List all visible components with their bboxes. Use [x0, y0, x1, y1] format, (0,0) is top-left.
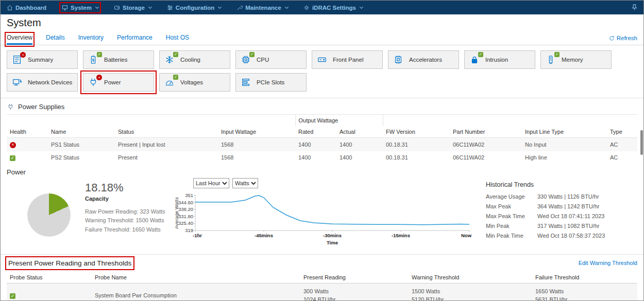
tile-label: Summary	[28, 57, 53, 63]
historical-trends: Historical Trends Average Usage330 Watts…	[486, 178, 635, 249]
capacity-label: Capacity	[85, 196, 165, 202]
tab-overview[interactable]: Overview	[7, 34, 32, 45]
ps-name: PS1 Status	[48, 138, 115, 151]
ok-badge: ✓	[478, 52, 483, 57]
ps-actual: 1400	[336, 138, 383, 151]
tile-cooling[interactable]: ✓ Cooling	[159, 50, 230, 69]
refresh-label: Refresh	[617, 35, 637, 41]
capacity-percentage: 18.18%	[85, 181, 165, 194]
tile-label: Front Panel	[333, 57, 363, 63]
ps-input-wattage: 1568	[218, 138, 295, 151]
page-title: System	[7, 17, 637, 29]
svg-text:344.60: 344.60	[178, 199, 193, 205]
nav-idrac-settings[interactable]: iDRAC Settings	[303, 5, 363, 11]
ps-name: PS2 Status	[48, 151, 115, 164]
trend-value: 364 Watts | 1242 BTU/hr	[537, 203, 599, 209]
warning-threshold-text: Warning Threshold: 1500 Watts	[85, 216, 165, 225]
tile-power[interactable]: × Power	[83, 73, 154, 92]
tile-label: Memory	[562, 57, 583, 63]
period-select[interactable]: Last Hour	[193, 178, 229, 188]
col-failure-threshold: Failure Threshold	[532, 272, 637, 284]
power-section-title: Power	[7, 168, 637, 176]
pin-icon[interactable]	[632, 4, 637, 11]
ok-status-icon: ✓	[10, 293, 15, 299]
trend-label: Min Peak Time	[486, 233, 537, 239]
status-tiles: × Summary ✓ Batteries ✓ Cooling ✓ CPU Fr…	[1, 45, 643, 98]
thresholds-table: Probe Status Probe Name Present Reading …	[7, 272, 637, 301]
ps-fw-version: 00.18.31	[383, 138, 450, 151]
edit-warning-threshold-link[interactable]: Edit Warning Threshold	[579, 260, 637, 266]
present-reading: 300 Watts 1024 BTU/hr	[300, 283, 409, 301]
ps-rated: 1400	[295, 151, 336, 164]
col-warning-threshold: Warning Threshold	[409, 272, 532, 284]
nav-maintenance[interactable]: Maintenance	[236, 5, 288, 11]
svg-text:-30mins: -30mins	[323, 233, 342, 238]
nav-label: Maintenance	[245, 5, 281, 11]
svg-text:-1hr: -1hr	[193, 233, 202, 238]
tab-host-os[interactable]: Host OS	[166, 34, 189, 45]
ps-actual: 1400	[336, 151, 383, 164]
network-icon	[12, 77, 22, 87]
tile-memory[interactable]: ✓ Memory	[540, 50, 612, 69]
col-rated: Rated	[295, 126, 336, 138]
ok-badge: ✓	[173, 75, 178, 80]
trend-value: 317 Watts | 1082 BTU/hr	[537, 223, 599, 229]
tile-front-panel[interactable]: Front Panel	[312, 50, 383, 69]
tile-label: Cooling	[180, 57, 200, 63]
ok-status-icon: ✓	[10, 155, 15, 161]
svg-text:325.40: 325.40	[178, 220, 193, 226]
tile-intrusion[interactable]: ✓ Intrusion	[464, 50, 535, 69]
tile-label: PCIe Slots	[257, 79, 284, 85]
error-badge: ×	[20, 52, 26, 58]
trend-label: Max Peak	[486, 203, 537, 209]
ok-badge: ✓	[249, 52, 255, 57]
system-icon	[62, 5, 68, 11]
nav-label: Storage	[123, 5, 145, 11]
ps-status: Present | Input lost	[115, 138, 218, 151]
nav-system[interactable]: System	[62, 5, 98, 11]
tile-label: Network Devices	[28, 79, 72, 85]
ps-type: AC	[607, 151, 637, 164]
tab-performance[interactable]: Performance	[117, 34, 152, 45]
failure-threshold-text: Failure Threshold: 1650 Watts	[85, 225, 165, 235]
trend-value: Wed Oct 18 07:41:11 2023	[537, 213, 604, 219]
col-name: Name	[48, 126, 115, 138]
col-probe-status: Probe Status	[7, 272, 92, 284]
ps-input-line-type: High line	[522, 151, 607, 164]
tile-label: CPU	[257, 57, 269, 63]
x-axis-label: Time	[327, 240, 338, 245]
ps-input-wattage: 1568	[218, 151, 295, 164]
error-status-icon: ×	[10, 142, 16, 148]
tile-voltages[interactable]: ✓ Voltages	[159, 73, 230, 92]
ps-type: AC	[607, 138, 637, 151]
accelerator-icon	[393, 55, 403, 65]
tile-accelerators[interactable]: Accelerators	[388, 50, 459, 69]
chevron-down-icon	[148, 5, 152, 8]
table-row-system-board: ✓ System Board Pwr Consumption 300 Watts…	[7, 283, 637, 301]
col-actual: Actual	[336, 126, 383, 138]
tile-batteries[interactable]: ✓ Batteries	[83, 50, 154, 69]
tile-pcie-slots[interactable]: PCIe Slots	[235, 73, 307, 92]
ps-part-number: 06C11WA02	[450, 151, 522, 164]
vertical-scrollbar-thumb[interactable]	[640, 130, 643, 155]
tab-inventory[interactable]: Inventory	[78, 34, 104, 45]
tile-label: Voltages	[180, 79, 203, 85]
nav-label: Configuration	[176, 5, 214, 11]
unit-select[interactable]: Watts	[232, 178, 258, 188]
front-panel-icon	[317, 55, 327, 65]
trend-value: Wed Oct 18 07:58:37 2023	[537, 233, 605, 239]
power-supplies-header: Power Supplies	[1, 98, 643, 114]
nav-label: Dashboard	[15, 5, 46, 11]
thresholds-title: Present Power Reading and Thresholds	[8, 259, 131, 267]
refresh-button[interactable]: Refresh	[609, 35, 637, 45]
tile-summary[interactable]: × Summary	[7, 50, 78, 69]
ps-fw-version: 00.18.31	[383, 151, 450, 164]
nav-storage[interactable]: Storage	[114, 5, 151, 11]
tile-network-devices[interactable]: Network Devices	[7, 73, 78, 92]
col-health: Health	[7, 126, 48, 138]
tab-details[interactable]: Details	[46, 34, 65, 45]
nav-dashboard[interactable]: Dashboard	[7, 5, 46, 11]
nav-configuration[interactable]: Configuration	[167, 5, 221, 11]
svg-text:331.80: 331.80	[178, 213, 193, 219]
tile-cpu[interactable]: ✓ CPU	[235, 50, 307, 69]
